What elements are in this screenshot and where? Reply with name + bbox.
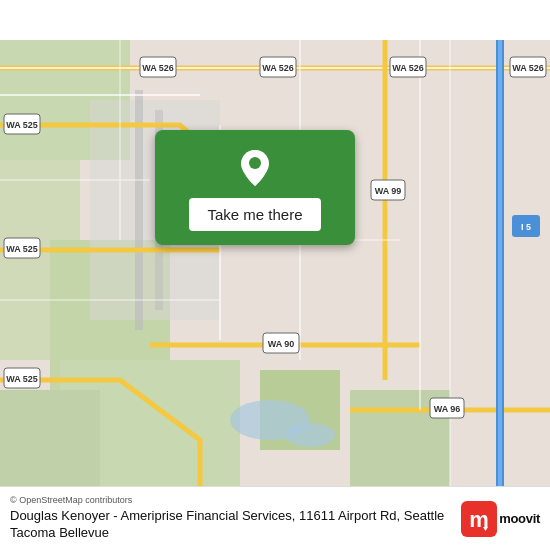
svg-text:WA 526: WA 526 bbox=[512, 63, 544, 73]
svg-text:WA 525: WA 525 bbox=[6, 120, 38, 130]
svg-text:WA 526: WA 526 bbox=[392, 63, 424, 73]
location-pin-icon bbox=[233, 146, 277, 190]
take-me-there-button[interactable]: Take me there bbox=[189, 198, 320, 231]
svg-text:WA 525: WA 525 bbox=[6, 374, 38, 384]
svg-text:WA 90: WA 90 bbox=[268, 339, 295, 349]
svg-point-55 bbox=[249, 157, 261, 169]
location-info: © OpenStreetMap contributors Douglas Ken… bbox=[10, 495, 451, 542]
bottom-info-bar: © OpenStreetMap contributors Douglas Ken… bbox=[0, 486, 550, 550]
moovit-logo-icon: m bbox=[461, 501, 497, 537]
location-popup: Take me there bbox=[155, 130, 355, 245]
map-container: WA 525 WA 525 WA 525 WA 526 WA 526 WA 52… bbox=[0, 0, 550, 550]
svg-text:WA 99: WA 99 bbox=[375, 186, 402, 196]
location-name: Douglas Kenoyer - Ameriprise Financial S… bbox=[10, 508, 451, 542]
moovit-logo: m moovit bbox=[461, 501, 540, 537]
svg-text:I 5: I 5 bbox=[521, 222, 531, 232]
svg-text:WA 526: WA 526 bbox=[262, 63, 294, 73]
svg-text:WA 525: WA 525 bbox=[6, 244, 38, 254]
copyright-text: © OpenStreetMap contributors bbox=[10, 495, 451, 505]
svg-point-9 bbox=[285, 423, 335, 447]
moovit-brand-text: moovit bbox=[499, 511, 540, 526]
svg-text:WA 96: WA 96 bbox=[434, 404, 461, 414]
map-background: WA 525 WA 525 WA 525 WA 526 WA 526 WA 52… bbox=[0, 0, 550, 550]
svg-text:WA 526: WA 526 bbox=[142, 63, 174, 73]
